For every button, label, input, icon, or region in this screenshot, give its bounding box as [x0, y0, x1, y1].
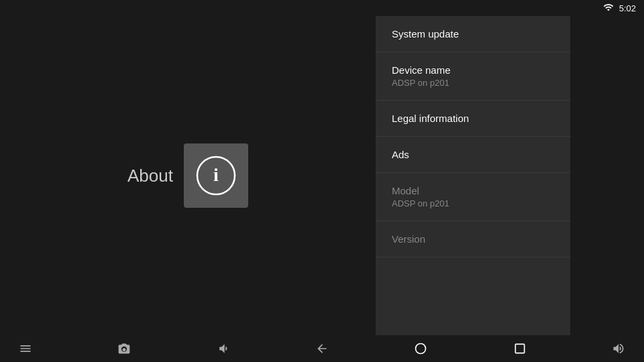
settings-item-title-system-update: System update	[392, 28, 554, 40]
about-section: About i	[127, 143, 248, 208]
settings-item-legal-information[interactable]: Legal information	[376, 101, 570, 137]
svg-rect-3	[515, 344, 524, 353]
svg-point-2	[416, 344, 426, 354]
settings-item-version[interactable]: Version	[376, 221, 570, 257]
settings-item-title-ads: Ads	[392, 149, 554, 160]
recents-icon[interactable]	[508, 337, 532, 361]
settings-item-system-update[interactable]: System update	[376, 16, 570, 52]
main-content: About i System updateDevice nameADSP on …	[0, 16, 644, 335]
volume-down-icon[interactable]	[211, 337, 235, 361]
home-icon[interactable]	[409, 337, 433, 361]
settings-item-subtitle-device-name: ADSP on p201	[392, 78, 554, 88]
settings-item-title-model: Model	[392, 185, 554, 196]
about-icon-box: i	[184, 143, 248, 208]
status-bar: 5:02	[0, 0, 644, 16]
info-icon: i	[196, 156, 236, 196]
settings-item-title-device-name: Device name	[392, 64, 554, 76]
back-icon[interactable]	[310, 337, 334, 361]
left-area: About i	[0, 16, 376, 335]
volume-up-icon[interactable]	[606, 337, 631, 361]
settings-item-ads[interactable]: Ads	[376, 137, 570, 173]
settings-item-title-version: Version	[392, 233, 554, 245]
settings-item-title-legal-information: Legal information	[392, 113, 554, 124]
settings-item-model[interactable]: ModelADSP on p201	[376, 173, 570, 221]
settings-panel: System updateDevice nameADSP on p201Lega…	[376, 16, 570, 335]
svg-text:i: i	[213, 164, 219, 185]
screen-capture-icon[interactable]	[112, 337, 136, 361]
settings-item-subtitle-model: ADSP on p201	[392, 198, 554, 208]
nav-bar	[0, 335, 644, 362]
time-display: 5:02	[619, 3, 636, 13]
settings-item-device-name[interactable]: Device nameADSP on p201	[376, 52, 570, 101]
about-label: About	[127, 166, 173, 186]
menu-icon[interactable]	[13, 337, 38, 361]
wifi-icon	[603, 2, 614, 15]
